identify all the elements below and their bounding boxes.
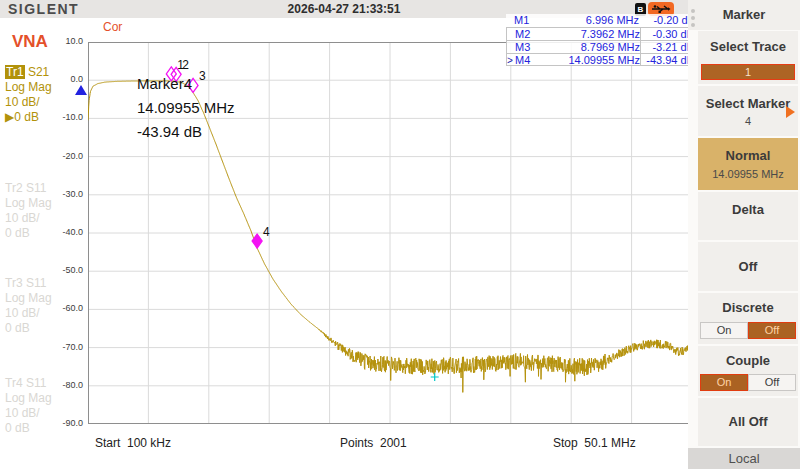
mode-label-vna: VNA <box>12 32 48 52</box>
y-axis-tick-label: -30.0 <box>62 189 83 199</box>
y-axis-tick-label: 0.0 <box>70 74 83 84</box>
y-axis-tick-label: -50.0 <box>62 265 83 275</box>
select-marker-value: 4 <box>698 115 798 127</box>
couple-off-button[interactable]: Off <box>748 374 796 391</box>
active-marker-indicator <box>507 41 515 53</box>
marker-name: M3 <box>515 41 545 53</box>
select-trace-button[interactable]: Select Trace 1 <box>698 31 798 84</box>
couple-toggle-group: Couple On Off <box>698 346 798 396</box>
discrete-label: Discrete <box>698 293 798 315</box>
trace1-name: Tr1 <box>5 65 25 79</box>
discrete-off-button[interactable]: Off <box>748 322 796 339</box>
select-marker-label: Select Marker <box>698 86 798 111</box>
marker-frequency: 7.3962 MHz <box>545 28 641 40</box>
normal-label: Normal <box>698 138 798 163</box>
sweep-stop-label: Stop 50.1 MHz <box>553 436 636 450</box>
marker-value: -43.94 dB <box>641 54 695 65</box>
marker-name: M1 <box>514 14 544 27</box>
marker-readout-table: M16.996 MHz-0.20 dBM27.3962 MHz-0.30 dBM… <box>506 14 696 66</box>
marker-normal-button[interactable]: Normal 14.09955 MHz <box>698 138 798 190</box>
delta-label: Delta <box>698 192 798 217</box>
menu-title: Marker <box>688 0 800 30</box>
trace3-name: Tr3 <box>5 276 23 290</box>
menu-drag-handle-icon[interactable] <box>691 9 695 27</box>
trace4-param: S11 <box>26 376 46 390</box>
active-marker-indicator <box>506 14 514 27</box>
marker-delta-button[interactable]: Delta <box>698 192 798 240</box>
discrete-on-button[interactable]: On <box>700 322 748 339</box>
trace2-param: S11 <box>26 181 46 195</box>
annotation-marker-name: Marker4 <box>137 72 235 96</box>
marker-off-button[interactable]: Off <box>698 242 798 291</box>
y-axis-tick-label: -20.0 <box>62 151 83 161</box>
select-trace-label: Select Trace <box>698 31 798 54</box>
sweep-start-label: Start 100 kHz <box>95 436 171 450</box>
y-axis-tick-label: -60.0 <box>62 303 83 313</box>
normal-frequency-value: 14.09955 MHz <box>698 168 798 180</box>
trace3-param: S11 <box>26 276 46 290</box>
active-marker-indicator: > <box>507 54 515 65</box>
y-axis-tick-label: -40.0 <box>62 227 83 237</box>
annotation-marker-value: -43.94 dB <box>137 120 235 144</box>
trace1-param: S21 <box>28 65 49 79</box>
couple-on-button[interactable]: On <box>700 374 748 391</box>
y-axis-tick-label: 10.0 <box>65 36 83 46</box>
sweep-points-label: Points 2001 <box>340 436 407 450</box>
y-axis-tick-label: -90.0 <box>62 418 83 428</box>
trace2-name: Tr2 <box>5 181 23 195</box>
discrete-toggle-group: Discrete On Off <box>698 293 798 344</box>
submenu-arrow-icon <box>786 106 795 118</box>
marker-name: M2 <box>515 28 545 40</box>
couple-label: Couple <box>698 346 798 368</box>
marker-4-diamond-icon[interactable] <box>252 234 262 248</box>
marker-name: M4 <box>515 54 545 65</box>
reference-level-marker-icon[interactable] <box>75 85 87 95</box>
marker-frequency: 6.996 MHz <box>544 14 640 27</box>
marker-value: -0.30 dB <box>641 28 695 40</box>
y-axis-tick-label: -10.0 <box>62 112 83 122</box>
y-axis-tick-label: -80.0 <box>62 380 83 390</box>
off-label: Off <box>698 242 798 274</box>
marker-4-number: 4 <box>263 225 270 239</box>
annotation-marker-freq: 14.09955 MHz <box>137 96 235 120</box>
active-marker-annotation: Marker4 14.09955 MHz -43.94 dB <box>137 72 235 144</box>
marker-frequency: 14.09955 MHz <box>545 54 641 65</box>
marker-2-number: 2 <box>182 58 189 72</box>
marker-table-row: >M414.09955 MHz-43.94 dB <box>506 53 696 66</box>
local-button[interactable]: Local <box>688 448 800 469</box>
active-marker-indicator <box>507 28 515 40</box>
marker-table-row: M38.7969 MHz-3.21 dB <box>506 40 696 53</box>
marker-table-row: M16.996 MHz-0.20 dB <box>506 14 696 27</box>
select-trace-value: 1 <box>701 64 795 80</box>
aux-trace-cross-icon <box>431 373 439 381</box>
marker-table-row: M27.3962 MHz-0.30 dB <box>506 27 696 40</box>
all-off-label: All Off <box>698 398 798 429</box>
all-off-button[interactable]: All Off <box>698 398 798 446</box>
marker-frequency: 8.7969 MHz <box>545 41 641 53</box>
trace4-name: Tr4 <box>5 376 23 390</box>
y-axis-tick-label: -70.0 <box>62 342 83 352</box>
select-marker-button[interactable]: Select Marker 4 <box>698 86 798 136</box>
marker-value: -3.21 dB <box>641 41 695 53</box>
y-axis-labels: 10.00.0-10.0-20.0-30.0-40.0-50.0-60.0-70… <box>52 42 85 424</box>
correction-status: Cor <box>103 20 122 34</box>
softkey-menu: Marker Select Trace 1 Select Marker 4 No… <box>688 0 800 469</box>
